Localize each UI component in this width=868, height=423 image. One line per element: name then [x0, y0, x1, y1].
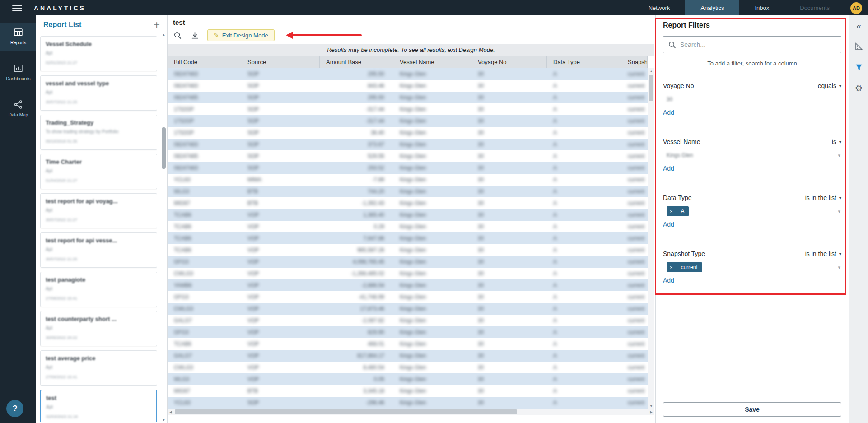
table-row[interactable]: 1732GPSOP36.40Kings Glen30Acurrent: [168, 127, 648, 139]
table-row[interactable]: YCL63SOP-296.46Kings Glen30Acurrent: [168, 397, 648, 409]
filter-value[interactable]: 30: [667, 96, 672, 102]
topbar: ANALYTICS NetworkAnalyticsInboxDocuments…: [0, 0, 868, 15]
column-header[interactable]: Bill Code: [168, 56, 241, 68]
report-card[interactable]: Vessel ScheduleApt02/01/2023 21:27: [40, 36, 157, 71]
scrollbar-thumb[interactable]: [175, 409, 517, 414]
table-cell: 30: [471, 92, 547, 103]
avatar[interactable]: AD: [850, 2, 862, 14]
table-row[interactable]: 08247483SOP373.67Kings Glen30Acurrent: [168, 139, 648, 150]
filter-add-link[interactable]: Add: [663, 277, 674, 284]
nav-item-analytics[interactable]: Analytics: [685, 0, 739, 15]
nav-item-inbox[interactable]: Inbox: [739, 0, 784, 15]
filter-operator-dropdown[interactable]: equals▾: [818, 82, 841, 89]
table-row[interactable]: 1732GPSOP-317.44Kings Glen30Acurrent: [168, 115, 648, 127]
table-row[interactable]: TCAB6VOP965,587.26Kings Glen30Acurrent: [168, 244, 648, 256]
report-card[interactable]: test panagioteApt27/09/2022 15:41: [40, 272, 157, 307]
scroll-up-icon[interactable]: ▲: [648, 68, 654, 74]
filter-operator-dropdown[interactable]: is in the list▾: [805, 194, 841, 201]
filter-add-link[interactable]: Add: [663, 221, 674, 228]
remove-chip-icon[interactable]: ×: [667, 265, 676, 270]
vertical-scrollbar[interactable]: ▲ ▼: [648, 68, 654, 409]
chevron-down-icon[interactable]: ▾: [838, 153, 840, 158]
sidebar-item-data-map[interactable]: Data Map: [0, 95, 36, 123]
scroll-up-icon[interactable]: ▲: [161, 32, 167, 37]
help-button[interactable]: ?: [6, 400, 23, 417]
table-row[interactable]: 08247485SOP295.50Kings Glen30Acurrent: [168, 92, 648, 103]
filter-operator-dropdown[interactable]: is in the list▾: [805, 250, 841, 257]
report-card[interactable]: test report for api voyag...Apt30/07/202…: [40, 193, 157, 228]
filter-icon[interactable]: [854, 62, 864, 72]
table-cell: 30: [471, 174, 547, 186]
table-cell: current: [621, 385, 648, 397]
table-row[interactable]: TCAB6VOP1,365.40Kings Glen30Acurrent: [168, 209, 648, 221]
gear-icon[interactable]: ⚙: [854, 83, 864, 93]
table-row[interactable]: 08247485SOP529.55Kings Glen30Acurrent: [168, 150, 648, 162]
scroll-down-icon[interactable]: ▼: [161, 417, 167, 423]
report-card[interactable]: test report for api vesse...Apt30/07/202…: [40, 232, 157, 268]
scroll-right-icon[interactable]: ▶: [648, 409, 654, 415]
filter-value[interactable]: Kings Glen: [667, 152, 693, 158]
sidebar: ReportsDashboardsData Map ?: [0, 15, 36, 423]
download-icon[interactable]: [190, 31, 199, 40]
exit-design-mode-button[interactable]: ✎ Exit Design Mode: [207, 29, 275, 41]
column-header[interactable]: Source: [241, 56, 320, 68]
horizontal-scrollbar[interactable]: ◀ ▶: [168, 409, 654, 415]
table-row[interactable]: GALG7VOP817,864.17Kings Glen30Acurrent: [168, 350, 648, 362]
report-card[interactable]: testApt02/03/2023 21:18: [40, 390, 157, 422]
table-header-row: Bill CodeSourceAmount BaseVessel NameVoy…: [168, 56, 648, 68]
table-row[interactable]: 08247483SOP293.52Kings Glen30Acurrent: [168, 162, 648, 174]
table-row[interactable]: MIG67BTB-1,392.43Kings Glen30Acurrent: [168, 197, 648, 209]
table-row[interactable]: 08247483SOP843.46Kings Glen30Acurrent: [168, 80, 648, 92]
table-row[interactable]: 08247483SOP295.50Kings Glen30Acurrent: [168, 68, 648, 80]
column-header[interactable]: Amount Base: [320, 56, 393, 68]
sidebar-item-dashboards[interactable]: Dashboards: [0, 59, 36, 87]
table-row[interactable]: TCAB6VOP0.29Kings Glen30Acurrent: [168, 221, 648, 232]
report-card[interactable]: Time CharterApt01/04/2020 21:27: [40, 154, 157, 189]
report-list-scrollbar[interactable]: ▲ ▼: [161, 32, 167, 423]
column-header[interactable]: Snapshot Type: [621, 56, 648, 68]
column-header[interactable]: Voyage No: [471, 56, 547, 68]
sidebar-item-reports[interactable]: Reports: [0, 23, 36, 51]
column-header[interactable]: Data Type: [547, 56, 621, 68]
table-row[interactable]: YAMB6VOP-2,886.54Kings Glen30Acurrent: [168, 279, 648, 291]
filter-add-link[interactable]: Add: [663, 165, 674, 172]
report-card[interactable]: test average priceApt27/09/2022 15:41: [40, 350, 157, 386]
column-header[interactable]: Vessel Name: [393, 56, 471, 68]
table-row[interactable]: CWLG3VOP-1,268,485.02Kings Glen30Acurren…: [168, 268, 648, 279]
filter-operator-label: is: [832, 138, 836, 145]
scrollbar-thumb[interactable]: [649, 75, 653, 101]
filter-search-input[interactable]: [680, 41, 836, 48]
table-row[interactable]: CWLG3VOP8,480.54Kings Glen30Acurrent: [168, 362, 648, 373]
table-row[interactable]: WLG3BTB744.20Kings Glen30Acurrent: [168, 186, 648, 197]
report-card[interactable]: test counterparty short ...Apt30/05/2022…: [40, 311, 157, 346]
filter-operator-dropdown[interactable]: is▾: [832, 138, 841, 145]
ruler-icon[interactable]: [854, 42, 864, 51]
table-row[interactable]: WLG3VOP0.05Kings Glen30Acurrent: [168, 373, 648, 385]
chevron-down-icon[interactable]: ▾: [838, 265, 840, 270]
nav-item-documents[interactable]: Documents: [784, 0, 845, 15]
remove-chip-icon[interactable]: ×: [667, 209, 676, 214]
table-row[interactable]: GFG3VOP-41,748.99Kings Glen30Acurrent: [168, 291, 648, 303]
search-icon[interactable]: [173, 31, 182, 40]
table-row[interactable]: TCAB6VOP468.01Kings Glen30Acurrent: [168, 338, 648, 350]
chevron-down-icon[interactable]: ▾: [838, 209, 840, 214]
save-button[interactable]: Save: [663, 402, 841, 417]
table-row[interactable]: YCL63MIMA-7.89Kings Glen30Acurrent: [168, 174, 648, 186]
nav-item-network[interactable]: Network: [633, 0, 686, 15]
hamburger-icon[interactable]: [12, 5, 22, 11]
add-report-button plus-icon[interactable]: +: [154, 21, 160, 29]
report-card[interactable]: vessel and vessel typeApt30/07/2022 21:2…: [40, 75, 157, 111]
scroll-down-icon[interactable]: ▼: [648, 403, 654, 409]
table-row[interactable]: GFG3VOP829.90Kings Glen30Acurrent: [168, 326, 648, 338]
table-row[interactable]: 1732GPSOP-317.44Kings Glen30Acurrent: [168, 103, 648, 115]
table-row[interactable]: MIG67BTB3,345.18Kings Glen30Acurrent: [168, 385, 648, 397]
scroll-left-icon[interactable]: ◀: [168, 409, 174, 415]
table-row[interactable]: CWLG3VOP17,873.46Kings Glen30Acurrent: [168, 303, 648, 315]
collapse-icon[interactable]: «: [854, 21, 864, 31]
report-card[interactable]: Trading_StrategyTo show trading strategy…: [40, 115, 157, 150]
filter-add-link[interactable]: Add: [663, 109, 674, 116]
table-row[interactable]: TCAB6VOP7,647.86Kings Glen30Acurrent: [168, 232, 648, 244]
table-row[interactable]: GFG3VOP4,098,765.45Kings Glen30Acurrent: [168, 256, 648, 268]
scrollbar-thumb[interactable]: [162, 127, 166, 169]
table-row[interactable]: GALG7VOP-2,087.82Kings Glen30Acurrent: [168, 315, 648, 326]
